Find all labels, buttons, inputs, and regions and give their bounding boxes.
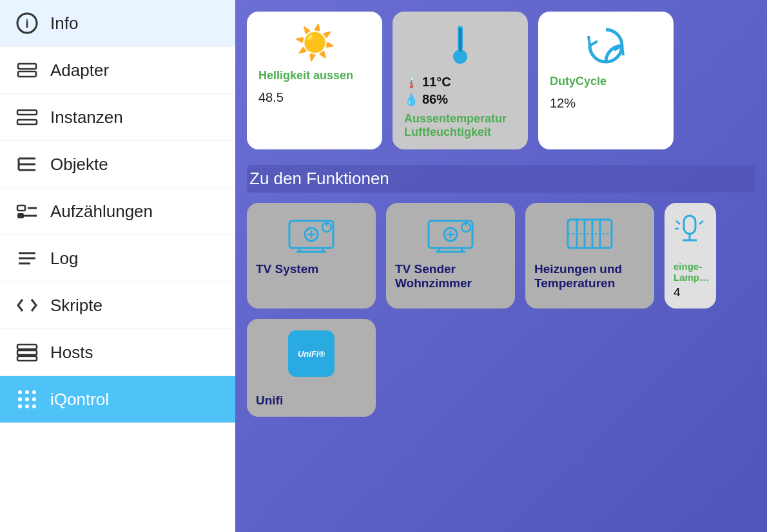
cycle-icon	[583, 23, 628, 68]
sidebar-item-info-label: Info	[50, 14, 78, 33]
tv-system-label: TV System	[256, 262, 318, 276]
hosts-icon	[15, 341, 39, 364]
svg-rect-3	[18, 71, 36, 77]
temp-row: 🌡️ 11°C	[404, 75, 451, 90]
dutycycle-card[interactable]: DutyCycle 12%	[538, 12, 674, 149]
svg-rect-2	[18, 64, 36, 69]
function-cards-row: TV System TV Sender Wohnzimmer	[247, 203, 755, 309]
svg-rect-4	[17, 110, 37, 115]
tv-sender-icon-area	[395, 214, 506, 253]
tv-system-icon-area	[256, 214, 367, 253]
sidebar-item-log-label: Log	[50, 249, 78, 269]
sidebar-item-aufzaehlungen-label: Aufzählungen	[50, 202, 153, 222]
sidebar-item-log[interactable]: Log	[0, 235, 235, 282]
sidebar-item-instanzen[interactable]: Instanzen	[0, 94, 235, 141]
sidebar-item-skripte[interactable]: Skripte	[0, 282, 235, 329]
radiator-icon	[565, 214, 614, 253]
sidebar-item-aufzaehlungen[interactable]: Aufzählungen	[0, 188, 235, 235]
sidebar-item-skripte-label: Skripte	[50, 296, 102, 316]
lamp-count-value: 4	[674, 285, 681, 299]
tv-sender-icon	[426, 214, 475, 253]
droplet-icon: 🌡️	[404, 75, 418, 90]
sun-icon: ☀️	[294, 23, 336, 62]
heizungen-card[interactable]: Heizungen und Temperaturen	[525, 203, 654, 309]
svg-rect-18	[17, 350, 37, 355]
sidebar: i Info Adapter Instanzen	[0, 0, 235, 532]
helligkeit-label: Helligkeit aussen	[258, 69, 353, 82]
svg-point-30	[453, 50, 467, 64]
sidebar-item-adapter[interactable]: Adapter	[0, 47, 235, 94]
log-icon	[15, 247, 39, 270]
svg-rect-13	[17, 213, 24, 218]
unifi-label: Unifi	[256, 394, 283, 408]
temp-info: 🌡️ 11°C 💧 86%	[404, 75, 451, 107]
adapter-icon	[15, 59, 39, 82]
svg-point-24	[25, 397, 29, 401]
tv-sender-card[interactable]: TV Sender Wohnzimmer	[386, 203, 515, 309]
sidebar-item-objekte[interactable]: Objekte	[0, 141, 235, 188]
svg-rect-50	[568, 220, 612, 248]
unifi-card[interactable]: UniFi® Unifi	[247, 319, 376, 417]
dutycycle-value: 12%	[550, 96, 576, 111]
sidebar-item-iqontrol-label: iQontrol	[50, 390, 109, 410]
sidebar-item-info[interactable]: i Info	[0, 0, 235, 47]
svg-point-23	[18, 397, 22, 401]
lamp-icon-area	[674, 214, 706, 256]
unifi-logo-box: UniFi®	[288, 330, 335, 377]
lampen-partial-card[interactable]: einge- Lamp… 4	[665, 203, 716, 309]
svg-text:i: i	[25, 17, 28, 30]
sidebar-item-hosts[interactable]: Hosts	[0, 329, 235, 376]
svg-rect-10	[17, 205, 25, 211]
thermometer-icon	[446, 23, 474, 66]
humidity-row: 💧 86%	[404, 92, 448, 107]
svg-point-22	[32, 390, 36, 394]
info-icon: i	[15, 12, 39, 35]
svg-point-26	[18, 404, 22, 408]
section-header: Zu den Funktionen	[247, 165, 755, 193]
eingeschalten-label: einge-	[674, 261, 702, 272]
svg-rect-17	[17, 345, 37, 349]
helligkeit-value: 48.5	[258, 90, 284, 105]
sidebar-item-iqontrol[interactable]: iQontrol	[0, 376, 235, 423]
objekte-icon	[15, 153, 39, 176]
main-content: ☀️ Helligkeit aussen 48.5 🌡️ 11°C �	[235, 0, 767, 532]
tv-system-icon	[287, 214, 336, 253]
unifi-icon-area: UniFi®	[256, 330, 367, 385]
heizungen-label: Heizungen und Temperaturen	[534, 262, 622, 290]
dutycycle-label: DutyCycle	[550, 75, 607, 88]
svg-point-28	[32, 404, 36, 408]
humidity-value: 86%	[422, 92, 448, 107]
sidebar-item-hosts-label: Hosts	[50, 343, 93, 363]
skripte-icon	[15, 294, 39, 317]
iqontrol-icon	[15, 388, 39, 411]
lamp-partial-label: Lamp…	[674, 272, 709, 283]
instanzen-icon	[15, 106, 39, 129]
svg-rect-19	[17, 356, 37, 361]
unifi-row: UniFi® Unifi	[247, 319, 755, 417]
sidebar-item-objekte-label: Objekte	[50, 155, 108, 175]
unifi-text-logo: UniFi®	[298, 349, 325, 359]
svg-rect-31	[459, 28, 461, 52]
svg-line-60	[699, 221, 703, 224]
svg-rect-5	[17, 120, 37, 124]
svg-point-27	[25, 404, 29, 408]
tv-system-card[interactable]: TV System	[247, 203, 376, 309]
lamp-icon	[674, 214, 706, 253]
thermometer-icon-area	[404, 23, 516, 66]
aufzaehlungen-icon	[15, 200, 39, 223]
helligkeit-card[interactable]: ☀️ Helligkeit aussen 48.5	[247, 12, 382, 149]
sidebar-item-adapter-label: Adapter	[50, 61, 109, 81]
svg-line-59	[676, 221, 680, 224]
sidebar-item-instanzen-label: Instanzen	[50, 108, 123, 128]
drop-icon: 💧	[404, 93, 418, 107]
temperatur-card[interactable]: 🌡️ 11°C 💧 86% Aussentemperatur Luftfeuch…	[393, 12, 528, 149]
tv-sender-label: TV Sender Wohnzimmer	[395, 262, 472, 290]
temperatur-label: Aussentemperatur Luftfeuchtigkeit	[404, 112, 507, 139]
cycle-icon-area	[550, 23, 662, 68]
heizungen-icon-area	[534, 214, 645, 253]
svg-point-25	[32, 397, 36, 401]
svg-point-21	[25, 390, 29, 394]
temperature-value: 11°C	[422, 75, 451, 90]
svg-point-20	[18, 390, 22, 394]
sun-icon-area: ☀️	[258, 23, 371, 62]
